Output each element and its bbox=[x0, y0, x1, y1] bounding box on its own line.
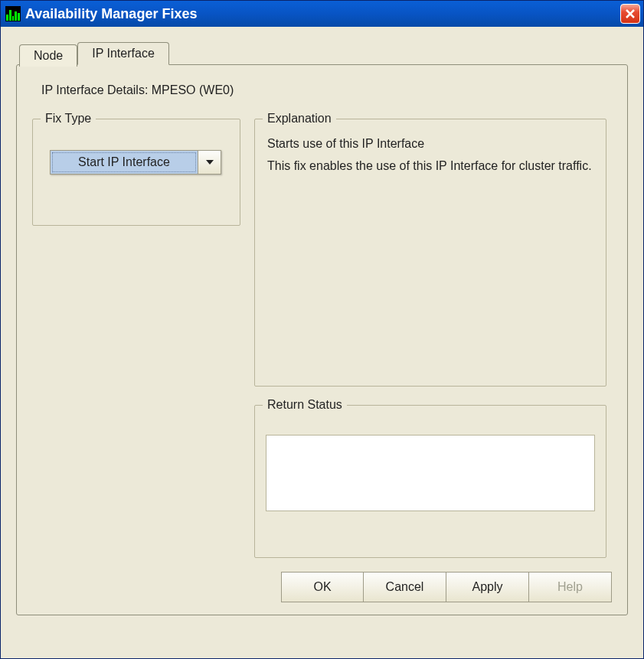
ip-interface-details-label: IP Interface Details: MPESO (WE0) bbox=[41, 83, 612, 97]
titlebar: Availability Manager Fixes bbox=[1, 1, 643, 27]
window-frame: Availability Manager Fixes Node IP Inter… bbox=[0, 0, 644, 659]
cancel-button[interactable]: Cancel bbox=[364, 572, 446, 602]
ok-button[interactable]: OK bbox=[281, 572, 364, 602]
explanation-text: Starts use of this IP Interface This fix… bbox=[267, 135, 593, 176]
explanation-body: This fix enables the use of this IP Inte… bbox=[267, 157, 593, 176]
close-icon bbox=[625, 8, 636, 19]
panel-row: Fix Type Start IP Interface Explanation bbox=[32, 119, 612, 558]
client-area: Node IP Interface IP Interface Details: … bbox=[1, 27, 643, 658]
close-button[interactable] bbox=[620, 4, 640, 24]
explanation-group-label: Explanation bbox=[263, 112, 336, 126]
help-button: Help bbox=[529, 572, 612, 602]
fix-type-group-label: Fix Type bbox=[41, 112, 96, 126]
tab-node[interactable]: Node bbox=[19, 44, 77, 67]
fix-type-group: Fix Type Start IP Interface bbox=[32, 119, 240, 226]
explanation-group: Explanation Starts use of this IP Interf… bbox=[254, 119, 606, 387]
chevron-down-icon bbox=[205, 159, 214, 165]
right-column: Explanation Starts use of this IP Interf… bbox=[254, 119, 606, 558]
return-status-group-label: Return Status bbox=[263, 398, 347, 412]
tab-strip: Node IP Interface bbox=[19, 42, 628, 64]
tab-ip-interface[interactable]: IP Interface bbox=[77, 42, 169, 65]
app-icon bbox=[5, 6, 21, 21]
explanation-line1: Starts use of this IP Interface bbox=[267, 135, 593, 154]
return-status-group: Return Status bbox=[254, 405, 606, 558]
return-status-field bbox=[266, 435, 595, 511]
dropdown-arrow-button[interactable] bbox=[198, 151, 221, 174]
button-bar: OK Cancel Apply Help bbox=[281, 572, 612, 602]
window-title: Availability Manager Fixes bbox=[25, 6, 620, 22]
fix-type-dropdown[interactable]: Start IP Interface bbox=[50, 150, 221, 175]
tab-panel: IP Interface Details: MPESO (WE0) Fix Ty… bbox=[16, 64, 628, 615]
fix-type-selected: Start IP Interface bbox=[52, 152, 196, 172]
apply-button[interactable]: Apply bbox=[446, 572, 529, 602]
